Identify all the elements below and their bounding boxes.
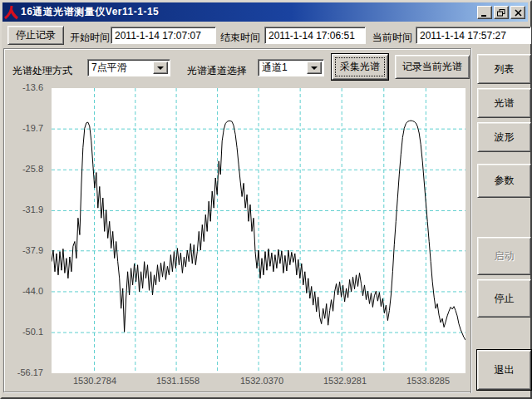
stop-record-button[interactable]: 停止记录: [7, 26, 64, 45]
panel-separator: [470, 48, 471, 393]
sidebar-button-waveform[interactable]: 波形: [477, 122, 531, 152]
current-time-label: 当前时间: [372, 31, 412, 45]
y-tick-label: -13.6: [5, 82, 43, 92]
sidebar-button-stop[interactable]: 停止: [477, 279, 531, 318]
sidebar-button-list[interactable]: 列表: [477, 54, 531, 84]
restore-button[interactable]: [494, 6, 509, 19]
process-mode-label: 光谱处理方式: [12, 64, 72, 78]
start-time-label: 开始时间: [70, 31, 110, 45]
title-bar: 16通道光谱测量仪Ver11-1-15: [2, 2, 528, 22]
x-tick-label: 1532.0370: [233, 376, 291, 386]
sidebar-button-start: 启动: [477, 237, 531, 275]
current-time-field[interactable]: 2011-1-14 17:57:27: [416, 27, 531, 44]
close-icon: [515, 9, 522, 17]
restore-icon: [497, 9, 505, 17]
app-window: 16通道光谱测量仪Ver11-1-15 停止记录 开始时间 2011-1-14 …: [0, 0, 532, 399]
spectrum-curve-svg: [52, 88, 466, 373]
channel-select[interactable]: 通道1: [258, 59, 324, 76]
minimize-icon: [480, 9, 489, 17]
channel-select-label: 光谱通道选择: [187, 64, 247, 78]
x-tick-label: 1532.9281: [316, 376, 374, 386]
channel-value: 通道1: [262, 61, 288, 75]
acquire-spectrum-button[interactable]: 采集光谱: [332, 54, 388, 80]
end-time-label: 结束时间: [220, 31, 260, 45]
sidebar-button-exit[interactable]: 退出: [477, 350, 531, 390]
spectrum-chart: [52, 88, 466, 373]
y-tick-label: -56.17: [5, 367, 43, 377]
y-tick-label: -50.1: [5, 327, 43, 337]
y-tick-label: -44.0: [5, 286, 43, 296]
end-time-field[interactable]: 2011-1-14 17:06:51: [264, 27, 366, 44]
y-tick-label: -37.9: [5, 245, 43, 255]
x-tick-label: 1531.1558: [149, 376, 207, 386]
record-current-spectrum-button[interactable]: 记录当前光谱: [395, 55, 470, 79]
sidebar-button-params[interactable]: 参数: [477, 164, 531, 198]
x-tick-label: 1533.8285: [399, 376, 457, 386]
y-tick-label: -25.8: [5, 164, 43, 174]
chevron-down-icon: [157, 66, 164, 70]
x-tick-label: 1530.2784: [66, 376, 124, 386]
process-mode-value: 7点平滑: [91, 61, 127, 75]
close-button[interactable]: [510, 6, 525, 19]
channel-dropdown-button[interactable]: [307, 62, 322, 74]
start-time-field[interactable]: 2011-1-14 17:07:07: [111, 27, 216, 44]
window-title: 16通道光谱测量仪Ver11-1-15: [21, 5, 159, 19]
y-tick-label: -31.9: [5, 204, 43, 214]
process-mode-dropdown-button[interactable]: [153, 62, 168, 74]
chevron-down-icon: [311, 66, 318, 70]
minimize-button[interactable]: [477, 6, 492, 19]
process-mode-select[interactable]: 7点平滑: [87, 59, 170, 76]
sidebar-button-spectrum[interactable]: 光谱: [477, 88, 531, 118]
app-logo-icon: [4, 5, 18, 20]
y-tick-label: -19.7: [5, 123, 43, 133]
